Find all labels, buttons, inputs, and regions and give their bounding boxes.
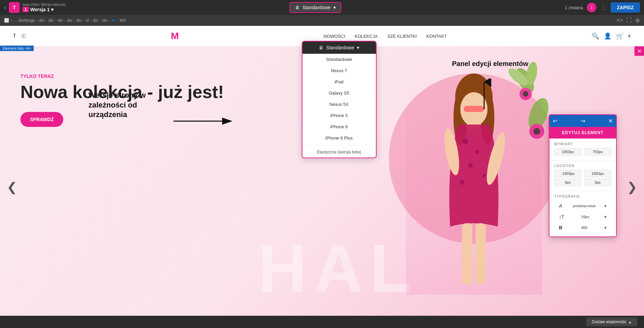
device-dropdown: 🖥 Standardowe ▾ Standardowe Nexus 7 iPad… [302,41,377,158]
account-icon[interactable]: 👤 [604,32,611,40]
location-row1: -1903px 1903px [554,170,611,177]
change-count: 1 zmiana [565,5,583,10]
location-x2[interactable]: 1903px [584,170,611,177]
svg-point-16 [468,163,473,168]
save-button[interactable]: ZAPISZ [611,2,640,13]
version-chevron: ▾ [51,7,53,12]
fontsize-selector[interactable]: ↕T 16px ▾ [554,211,611,222]
code-icon[interactable]: <> [616,17,623,24]
dropdown-item-nexus7[interactable]: Nexus 7 [302,65,376,76]
svg-rect-22 [476,223,486,284]
more-button[interactable]: ⋮ [600,4,607,11]
undo-button[interactable]: ↩ [553,118,557,124]
breadcrumb-bar: ⬜ ▾ ... div#page › div › div › div › div… [0,15,644,26]
settings-icon[interactable]: ⚙ [635,17,640,24]
app-logo: T [9,2,20,13]
edit-element-button[interactable]: EDYTUJ ELEMENT [549,127,616,138]
dropdown-item-standardowe[interactable]: Standardowe [302,54,376,65]
location-row2: 0px 0px [554,179,611,186]
svg-point-14 [463,139,468,144]
site-social-icons: f ☉ [14,32,26,40]
typografia-section: TYPOGRAFIA A proxima-nova ▾ ↕T 16px ▾ B … [549,191,616,236]
location-y1[interactable]: 0px [554,179,581,186]
panel-annotation: Panel edycji elementów [452,60,528,68]
dropdown-chevron: ▾ [357,45,359,50]
bc-div1[interactable]: div [39,18,44,23]
panel-close-button[interactable]: ✕ [608,118,613,124]
wymiary-width[interactable]: 1903px [554,148,581,155]
top-bar-right: 1 zmiana 1 ⋮ ZAPISZ [565,2,640,13]
app-status: aaaa (Stan: Wersja robocza) [22,3,66,6]
location-x1[interactable]: -1903px [554,170,581,177]
hero-check-button[interactable]: SPRAWDŹ [20,112,63,127]
bc-div6[interactable]: div [93,18,98,23]
bc-div3[interactable]: div [58,18,63,23]
cart-icon[interactable]: 🛒 [616,32,624,40]
bc-ul[interactable]: ul [86,18,89,23]
dropdown-item-flexible[interactable]: Elastyczne (wersja beta) [302,147,376,158]
editor-area: f ☉ M NOWOŚCI KOLEKCJA SZE KLIENTKI KONT… [0,26,644,328]
dropdown-header: 🖥 Standardowe ▾ [302,42,376,54]
location-y2[interactable]: 0px [584,179,611,186]
hero-content: TYLKO TERAZ Nowa kolekcja - już jest! SP… [20,73,224,127]
user-avatar[interactable]: 1 [587,3,596,12]
nav-kontakt[interactable]: KONTAKT [426,34,447,39]
dropdown-item-iphone5[interactable]: iPhone 5 [302,110,376,121]
typografia-label: TYPOGRAFIA [554,195,611,198]
site-header-icons: 🔍 👤 🛒 0 [592,32,630,40]
fontweight-selector[interactable]: B 400 ▾ [554,222,611,233]
bc-div4[interactable]: div [67,18,72,23]
edit-panel-header: ↩ ↪ ✕ [549,115,616,127]
monitor-icon-dropdown: 🖥 [319,45,324,50]
bc-div2[interactable]: div [48,18,53,23]
fontweight-value: 400 [581,226,587,230]
facebook-icon[interactable]: f [14,32,15,40]
monitor-icon: 🖥 [295,5,300,10]
svg-point-18 [460,180,464,185]
message-label: Zostaw wiadomość [592,319,626,324]
cart-count: 0 [628,34,630,38]
device-selector-button[interactable]: 🖥 Standardowe ▾ [290,2,341,13]
nav-klientki[interactable]: SZE KLIENTKI [387,34,417,39]
hero-title: Nowa kolekcja - już jest! [20,82,224,102]
frame-icon[interactable]: ⛶ [626,17,632,24]
location-section: LOCATION -1903px 1903px 0px 0px [549,161,616,191]
svg-point-15 [475,150,479,154]
bc-divpage[interactable]: ... div#page [14,18,35,23]
hero-prev-button[interactable]: ❮ [7,180,17,194]
dropdown-item-galaxys5[interactable]: Galaxy S5 [302,87,376,99]
bc-right-icons: <> ⛶ ⚙ [616,17,640,24]
hero-close-button[interactable]: ✕ [634,46,644,56]
bc-active-item[interactable] [112,20,116,21]
device-chevron: ▾ [333,5,336,10]
location-label: LOCATION [554,164,611,168]
dropdown-item-nexus5x[interactable]: Nexus 5X [302,99,376,110]
dropdown-item-ipad[interactable]: iPad [302,76,376,87]
hero-next-button[interactable]: ❯ [627,180,637,194]
fontsize-chevron: ▾ [604,214,607,219]
nav-nowosci[interactable]: NOWOŚCI [324,34,345,39]
dropdown-divider [302,145,376,145]
fontsize-icon: ↕T [559,214,564,219]
redo-button[interactable]: ↪ [581,118,585,124]
message-button[interactable]: Zostaw wiadomość ▲ [586,317,637,326]
dropdown-item-iphone6plus[interactable]: iPhone 6 Plus [302,132,376,144]
fontweight-chevron: ▾ [604,225,607,230]
svg-rect-21 [462,223,472,284]
nav-kolekcja[interactable]: KOLEKCJA [355,34,378,39]
font-name: proxima-nova [573,204,596,208]
edit-panel: ↩ ↪ ✕ EDYTUJ ELEMENT WYMIARY 1903px 750p… [549,114,617,237]
back-button[interactable]: ‹ [4,4,6,11]
bc-wii[interactable]: WII [120,18,126,23]
fontweight-icon: B [559,225,562,230]
dropdown-item-iphone6[interactable]: iPhone 6 [302,121,376,132]
search-icon[interactable]: 🔍 [592,32,599,40]
bc-div7[interactable]: div [102,18,107,23]
font-selector[interactable]: A proxima-nova ▾ [554,200,611,211]
wymiary-height[interactable]: 750px [584,148,611,155]
version-selector[interactable]: 1 Wersja 1 ▾ [22,7,66,12]
instagram-icon[interactable]: ☉ [21,32,26,40]
svg-point-17 [482,174,486,177]
site-nav: NOWOŚCI KOLEKCJA SZE KLIENTKI KONTAKT [324,34,447,39]
bc-div5[interactable]: div [76,18,81,23]
